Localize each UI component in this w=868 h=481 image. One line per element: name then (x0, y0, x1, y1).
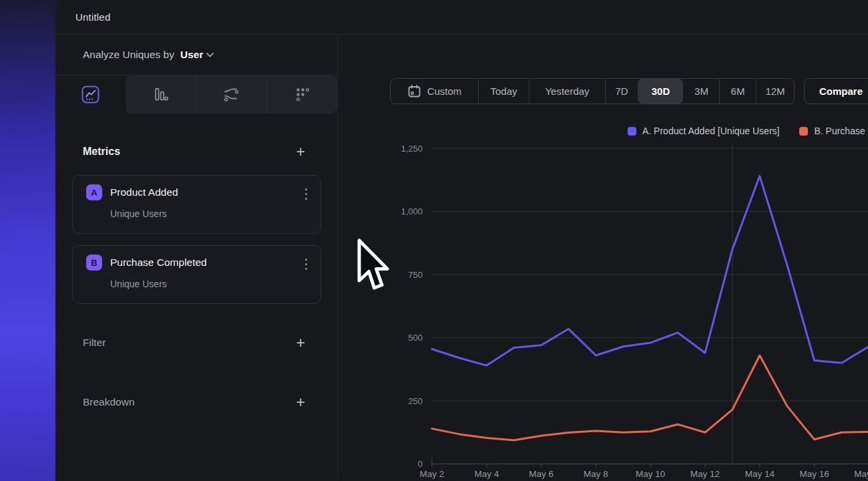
query-builder-panel: Analyze Uniques by User (55, 35, 338, 480)
inactive-tabs-strip (126, 75, 337, 114)
flows-icon (222, 86, 240, 104)
analyze-by-value: User (180, 49, 203, 61)
calendar-icon (407, 84, 421, 98)
filter-label: Filter (83, 337, 105, 349)
metric-card-a[interactable]: A Product Added Unique Users (72, 175, 321, 234)
range-label: Today (490, 86, 517, 97)
metric-options-button[interactable] (304, 257, 308, 271)
range-label: 3M (694, 86, 708, 97)
range-label: 30D (652, 86, 670, 97)
range-6m[interactable]: 6M (719, 79, 756, 104)
tab-bar-chart[interactable] (126, 75, 196, 114)
background-gradient (0, 0, 64, 481)
range-label: Custom (427, 86, 462, 97)
legend-item[interactable]: A. Product Added [Unique Users] (628, 126, 779, 136)
legend-item[interactable]: B. Purchase Completed [Unique Users] (799, 126, 868, 136)
x-axis-tick: May 12 (690, 469, 720, 479)
date-range-selector: CustomTodayYesterday7D30D3M6M12M (390, 78, 795, 104)
x-axis-tick: May 2 (420, 469, 445, 479)
metric-name: Purchase Completed (110, 257, 207, 269)
metrics-header: Metrics + (55, 144, 337, 159)
line-chart-icon (81, 86, 99, 104)
range-label: Yesterday (545, 86, 589, 97)
chart-legend: A. Product Added [Unique Users]B. Purcha… (628, 126, 868, 136)
range-label: 12M (765, 86, 785, 97)
metric-name: Product Added (110, 186, 178, 198)
range-12m[interactable]: 12M (756, 79, 794, 104)
series-line (432, 176, 868, 365)
y-axis-tick: 1,250 (401, 144, 423, 154)
chart-panel: CustomTodayYesterday7D30D3M6M12M Compare… (338, 35, 868, 480)
tab-flows[interactable] (196, 75, 266, 114)
tab-line-chart[interactable] (55, 75, 126, 114)
add-metric-button[interactable]: + (296, 146, 305, 158)
legend-swatch (628, 127, 636, 136)
chart-type-tabs (55, 75, 337, 114)
metric-card-b[interactable]: B Purchase Completed Unique Users (72, 245, 321, 304)
add-breakdown-button[interactable]: + (296, 396, 305, 408)
range-7d[interactable]: 7D (605, 79, 638, 104)
y-axis-tick: 1,000 (401, 206, 423, 216)
range-yesterday[interactable]: Yesterday (529, 79, 605, 104)
metric-subtitle[interactable]: Unique Users (110, 208, 308, 219)
report-title: Untitled (75, 11, 110, 23)
breakdown-section: Breakdown + (55, 395, 337, 410)
legend-label: A. Product Added [Unique Users] (642, 126, 779, 136)
range-3m[interactable]: 3M (683, 79, 719, 104)
y-axis-tick: 500 (408, 333, 423, 343)
y-axis-tick: 0 (418, 459, 423, 469)
filter-section: Filter + (55, 335, 337, 350)
chevron-down-icon (206, 53, 214, 57)
metric-options-button[interactable] (304, 187, 308, 201)
series-line (432, 355, 868, 440)
range-30d[interactable]: 30D (638, 79, 683, 104)
x-axis-tick: May 16 (799, 469, 829, 479)
retention-grid-icon (294, 86, 311, 104)
legend-swatch (799, 127, 808, 136)
top-bar: Untitled (55, 0, 868, 35)
metric-badge-b: B (86, 255, 102, 271)
metric-badge-a: A (86, 184, 102, 200)
metric-subtitle[interactable]: Unique Users (110, 279, 308, 289)
range-label: 7D (615, 86, 628, 97)
tab-retention[interactable] (266, 75, 337, 114)
metrics-title: Metrics (83, 146, 120, 158)
range-label: 6M (731, 86, 745, 97)
x-axis-tick: May 10 (636, 469, 665, 479)
range-custom[interactable]: Custom (391, 79, 478, 104)
legend-label: B. Purchase Completed [Unique Users] (814, 126, 868, 136)
x-axis-tick: May 18 (854, 469, 868, 479)
add-filter-button[interactable]: + (296, 337, 305, 349)
breakdown-label: Breakdown (83, 396, 135, 408)
x-axis-tick: May 14 (745, 469, 775, 479)
app-window: Untitled Analyze Uniques by User (55, 0, 868, 481)
x-axis-tick: May 6 (529, 469, 554, 479)
x-axis-tick: May 4 (474, 469, 499, 479)
compare-button[interactable]: Compare (804, 78, 868, 104)
analyze-label: Analyze Uniques by (83, 49, 174, 61)
range-today[interactable]: Today (478, 79, 529, 104)
bar-chart-icon (152, 86, 170, 104)
y-axis-tick: 250 (408, 396, 423, 406)
analyze-row: Analyze Uniques by User (55, 35, 337, 75)
x-axis-tick: May 8 (584, 469, 608, 479)
y-axis-tick: 750 (408, 270, 423, 280)
analyze-by-dropdown[interactable]: User (180, 49, 214, 61)
